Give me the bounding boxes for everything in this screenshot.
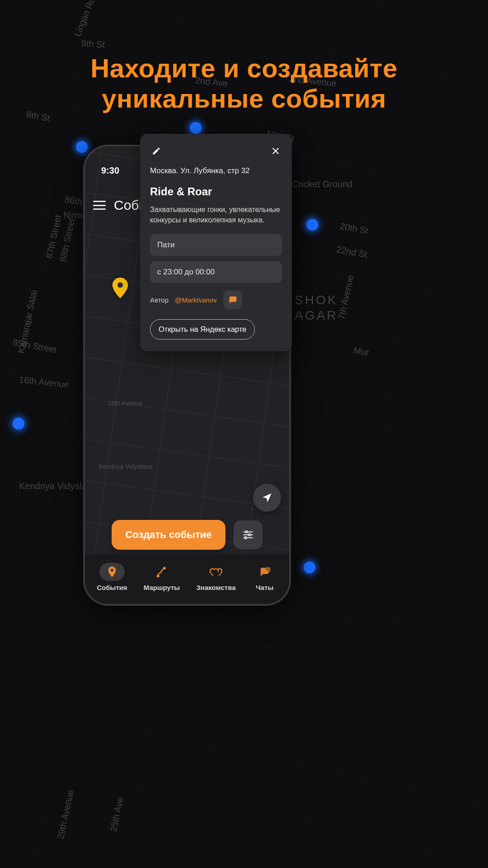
tab-label: События (97, 584, 127, 591)
event-category-chip[interactable]: Пати (150, 234, 282, 256)
svg-point-4 (249, 534, 250, 536)
status-bar-time: 9:30 (101, 165, 119, 176)
menu-icon[interactable] (93, 201, 106, 210)
tab-events[interactable]: События (97, 563, 127, 591)
event-title: Ride & Roar (150, 185, 282, 198)
routes-tab-icon (155, 566, 168, 578)
tab-routes[interactable]: Маршруты (144, 563, 180, 591)
pencil-icon (152, 146, 161, 156)
dating-tab-icon (209, 566, 223, 578)
event-author-row: Автор @MarkIvanov (150, 290, 282, 309)
create-event-button[interactable]: Создать событие (112, 520, 225, 550)
chats-tab-icon (258, 566, 271, 578)
marketing-headline: Находите и создавайте уникальные события (0, 53, 488, 113)
bg-street-label: Cricket Ground (292, 179, 353, 189)
open-yandex-map-button[interactable]: Открыть на Яндекс карте (150, 319, 255, 340)
bg-street-label: AGAR (295, 308, 338, 323)
navigation-arrow-icon (261, 492, 273, 504)
close-icon (271, 146, 280, 156)
event-address: Москва. Ул. Лубянка, стр 32 (150, 166, 282, 175)
map-marker-dot (306, 219, 318, 231)
map-marker-dot (190, 122, 202, 134)
author-label: Автор (150, 296, 169, 304)
map-marker-dot (13, 418, 24, 429)
map-street-label: 16th Avenue (108, 400, 143, 407)
headline-line-1: Находите и создавайте (90, 53, 397, 83)
svg-point-2 (245, 531, 247, 533)
tab-label: Чаты (256, 584, 273, 591)
bg-street-label: SHOK (295, 293, 338, 307)
svg-point-0 (117, 282, 123, 288)
bg-street-label: 9th St (81, 38, 105, 50)
map-pin-icon[interactable] (112, 278, 128, 298)
bottom-tab-bar: События Маршруты Знакомства Чаты (85, 554, 289, 604)
chat-bubble-icon (228, 295, 238, 305)
tab-chats[interactable]: Чаты (252, 563, 277, 591)
close-button[interactable] (269, 145, 282, 157)
locate-me-button[interactable] (253, 484, 281, 512)
event-description: Захватывающие гонки, увлекательные конку… (150, 204, 282, 225)
tab-label: Маршруты (144, 584, 180, 591)
message-author-button[interactable] (223, 290, 242, 309)
map-marker-dot (76, 141, 88, 153)
sliders-icon (242, 529, 254, 541)
edit-button[interactable] (150, 145, 163, 157)
tab-dating[interactable]: Знакомства (196, 563, 235, 591)
event-detail-card: Москва. Ул. Лубянка, стр 32 Ride & Roar … (140, 134, 292, 351)
author-handle[interactable]: @MarkIvanov (175, 296, 217, 304)
tab-label: Знакомства (196, 584, 235, 591)
svg-point-8 (163, 566, 166, 569)
filter-button[interactable] (234, 520, 263, 549)
svg-point-7 (157, 575, 160, 577)
map-marker-dot (304, 561, 315, 573)
svg-point-6 (244, 537, 246, 538)
headline-line-2: уникальные события (102, 84, 386, 113)
events-tab-icon (106, 566, 118, 578)
event-time-chip[interactable]: с 23:00 до 00:00 (150, 261, 282, 283)
map-poi-label: Kendriya Vidyalaya (99, 463, 153, 470)
bottom-action-row: Создать событие (85, 520, 289, 550)
